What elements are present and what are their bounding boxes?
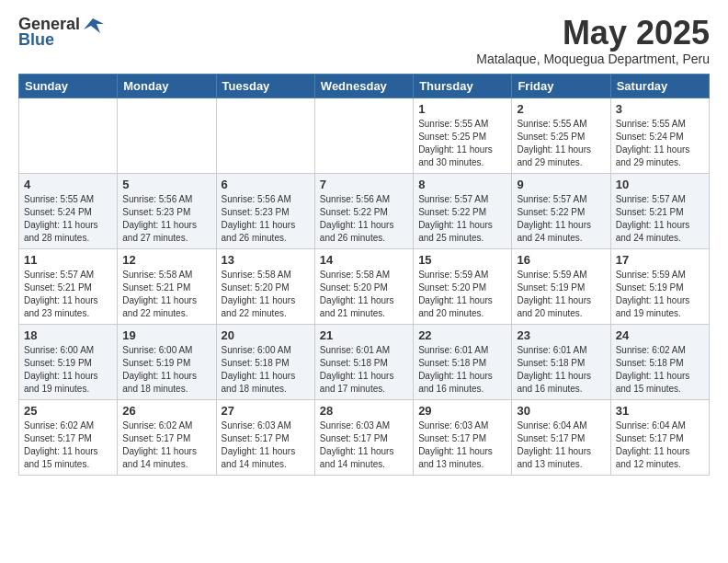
day-info: Sunrise: 5:57 AM Sunset: 5:22 PM Dayligh… <box>418 193 506 245</box>
logo: General Blue <box>18 15 104 50</box>
day-info: Sunrise: 5:57 AM Sunset: 5:21 PM Dayligh… <box>616 193 704 245</box>
svg-marker-0 <box>84 18 104 33</box>
day-number: 20 <box>222 328 310 342</box>
day-info: Sunrise: 6:03 AM Sunset: 5:17 PM Dayligh… <box>320 419 408 471</box>
day-number: 3 <box>616 102 704 116</box>
calendar-cell: 4Sunrise: 5:55 AM Sunset: 5:24 PM Daylig… <box>19 173 118 248</box>
day-info: Sunrise: 5:58 AM Sunset: 5:20 PM Dayligh… <box>320 269 408 320</box>
calendar-cell: 30Sunrise: 6:04 AM Sunset: 5:17 PM Dayli… <box>512 399 610 475</box>
day-info: Sunrise: 5:59 AM Sunset: 5:20 PM Dayligh… <box>418 269 506 320</box>
calendar-week-row: 1Sunrise: 5:55 AM Sunset: 5:25 PM Daylig… <box>19 98 710 173</box>
day-number: 2 <box>517 102 605 116</box>
day-number: 28 <box>320 404 408 418</box>
calendar-cell: 28Sunrise: 6:03 AM Sunset: 5:17 PM Dayli… <box>314 399 413 475</box>
day-info: Sunrise: 5:59 AM Sunset: 5:19 PM Dayligh… <box>616 269 704 320</box>
day-number: 25 <box>24 404 112 418</box>
calendar-cell: 12Sunrise: 5:58 AM Sunset: 5:21 PM Dayli… <box>118 248 216 324</box>
day-info: Sunrise: 6:03 AM Sunset: 5:17 PM Dayligh… <box>418 419 506 471</box>
day-number: 26 <box>122 404 210 418</box>
calendar-cell: 20Sunrise: 6:00 AM Sunset: 5:18 PM Dayli… <box>216 324 314 399</box>
day-info: Sunrise: 6:02 AM Sunset: 5:18 PM Dayligh… <box>616 344 704 396</box>
col-header-sunday: Sunday <box>19 74 118 98</box>
col-header-saturday: Saturday <box>610 74 709 98</box>
day-info: Sunrise: 6:00 AM Sunset: 5:19 PM Dayligh… <box>24 344 112 396</box>
day-info: Sunrise: 6:02 AM Sunset: 5:17 PM Dayligh… <box>24 419 112 471</box>
calendar-week-row: 4Sunrise: 5:55 AM Sunset: 5:24 PM Daylig… <box>19 173 710 248</box>
calendar-cell: 26Sunrise: 6:02 AM Sunset: 5:17 PM Dayli… <box>118 399 216 475</box>
day-number: 15 <box>418 253 506 267</box>
day-number: 14 <box>320 253 408 267</box>
month-title: May 2025 <box>476 15 710 52</box>
day-info: Sunrise: 5:57 AM Sunset: 5:22 PM Dayligh… <box>517 193 605 245</box>
calendar-cell: 21Sunrise: 6:01 AM Sunset: 5:18 PM Dayli… <box>314 324 413 399</box>
calendar-cell: 18Sunrise: 6:00 AM Sunset: 5:19 PM Dayli… <box>19 324 118 399</box>
col-header-thursday: Thursday <box>414 74 512 98</box>
calendar-cell: 19Sunrise: 6:00 AM Sunset: 5:19 PM Dayli… <box>118 324 216 399</box>
calendar-cell: 3Sunrise: 5:55 AM Sunset: 5:24 PM Daylig… <box>610 98 709 173</box>
day-number: 23 <box>517 328 605 342</box>
calendar-cell <box>19 98 118 173</box>
calendar-cell: 7Sunrise: 5:56 AM Sunset: 5:22 PM Daylig… <box>314 173 413 248</box>
calendar-cell: 6Sunrise: 5:56 AM Sunset: 5:23 PM Daylig… <box>216 173 314 248</box>
calendar-cell: 1Sunrise: 5:55 AM Sunset: 5:25 PM Daylig… <box>414 98 512 173</box>
col-header-wednesday: Wednesday <box>314 74 413 98</box>
day-number: 22 <box>418 328 506 342</box>
day-info: Sunrise: 6:00 AM Sunset: 5:18 PM Dayligh… <box>222 344 310 396</box>
calendar-cell: 27Sunrise: 6:03 AM Sunset: 5:17 PM Dayli… <box>216 399 314 475</box>
calendar-cell: 25Sunrise: 6:02 AM Sunset: 5:17 PM Dayli… <box>19 399 118 475</box>
calendar-cell: 11Sunrise: 5:57 AM Sunset: 5:21 PM Dayli… <box>19 248 118 324</box>
day-number: 9 <box>517 178 605 191</box>
calendar-cell: 29Sunrise: 6:03 AM Sunset: 5:17 PM Dayli… <box>414 399 512 475</box>
day-info: Sunrise: 6:01 AM Sunset: 5:18 PM Dayligh… <box>320 344 408 396</box>
calendar-cell: 22Sunrise: 6:01 AM Sunset: 5:18 PM Dayli… <box>414 324 512 399</box>
calendar-header-row: SundayMondayTuesdayWednesdayThursdayFrid… <box>19 74 710 98</box>
day-number: 12 <box>122 253 210 267</box>
title-area: May 2025 Matalaque, Moquegua Department,… <box>476 15 710 66</box>
day-info: Sunrise: 5:59 AM Sunset: 5:19 PM Dayligh… <box>517 269 605 320</box>
day-info: Sunrise: 6:01 AM Sunset: 5:18 PM Dayligh… <box>418 344 506 396</box>
col-header-tuesday: Tuesday <box>216 74 314 98</box>
day-number: 29 <box>418 404 506 418</box>
logo-bird-icon <box>84 17 104 33</box>
calendar-cell: 16Sunrise: 5:59 AM Sunset: 5:19 PM Dayli… <box>512 248 610 324</box>
day-number: 11 <box>24 253 112 267</box>
day-number: 8 <box>418 178 506 191</box>
calendar-cell <box>118 98 216 173</box>
day-info: Sunrise: 6:04 AM Sunset: 5:17 PM Dayligh… <box>616 419 704 471</box>
day-info: Sunrise: 6:02 AM Sunset: 5:17 PM Dayligh… <box>122 419 210 471</box>
day-number: 5 <box>122 178 210 191</box>
day-info: Sunrise: 6:04 AM Sunset: 5:17 PM Dayligh… <box>517 419 605 471</box>
day-number: 30 <box>517 404 605 418</box>
day-number: 31 <box>616 404 704 418</box>
calendar-cell: 5Sunrise: 5:56 AM Sunset: 5:23 PM Daylig… <box>118 173 216 248</box>
calendar-cell: 10Sunrise: 5:57 AM Sunset: 5:21 PM Dayli… <box>610 173 709 248</box>
location-title: Matalaque, Moquegua Department, Peru <box>476 52 710 66</box>
day-number: 7 <box>320 178 408 191</box>
day-info: Sunrise: 5:58 AM Sunset: 5:20 PM Dayligh… <box>222 269 310 320</box>
day-number: 16 <box>517 253 605 267</box>
calendar-cell: 14Sunrise: 5:58 AM Sunset: 5:20 PM Dayli… <box>314 248 413 324</box>
calendar-cell: 23Sunrise: 6:01 AM Sunset: 5:18 PM Dayli… <box>512 324 610 399</box>
day-number: 4 <box>24 178 112 191</box>
day-info: Sunrise: 6:03 AM Sunset: 5:17 PM Dayligh… <box>222 419 310 471</box>
day-number: 13 <box>222 253 310 267</box>
page-header: General Blue May 2025 Matalaque, Moquegu… <box>18 15 710 66</box>
day-number: 21 <box>320 328 408 342</box>
day-info: Sunrise: 5:55 AM Sunset: 5:25 PM Dayligh… <box>418 118 506 169</box>
calendar-cell: 31Sunrise: 6:04 AM Sunset: 5:17 PM Dayli… <box>610 399 709 475</box>
calendar-week-row: 25Sunrise: 6:02 AM Sunset: 5:17 PM Dayli… <box>19 399 710 475</box>
day-info: Sunrise: 5:55 AM Sunset: 5:24 PM Dayligh… <box>24 193 112 245</box>
day-info: Sunrise: 5:55 AM Sunset: 5:25 PM Dayligh… <box>517 118 605 169</box>
day-number: 18 <box>24 328 112 342</box>
calendar-week-row: 11Sunrise: 5:57 AM Sunset: 5:21 PM Dayli… <box>19 248 710 324</box>
calendar-cell <box>314 98 413 173</box>
day-info: Sunrise: 5:56 AM Sunset: 5:22 PM Dayligh… <box>320 193 408 245</box>
col-header-friday: Friday <box>512 74 610 98</box>
day-info: Sunrise: 5:55 AM Sunset: 5:24 PM Dayligh… <box>616 118 704 169</box>
col-header-monday: Monday <box>118 74 216 98</box>
calendar-cell: 24Sunrise: 6:02 AM Sunset: 5:18 PM Dayli… <box>610 324 709 399</box>
calendar-cell: 13Sunrise: 5:58 AM Sunset: 5:20 PM Dayli… <box>216 248 314 324</box>
logo-blue-text: Blue <box>18 30 54 50</box>
day-number: 10 <box>616 178 704 191</box>
calendar-cell <box>216 98 314 173</box>
